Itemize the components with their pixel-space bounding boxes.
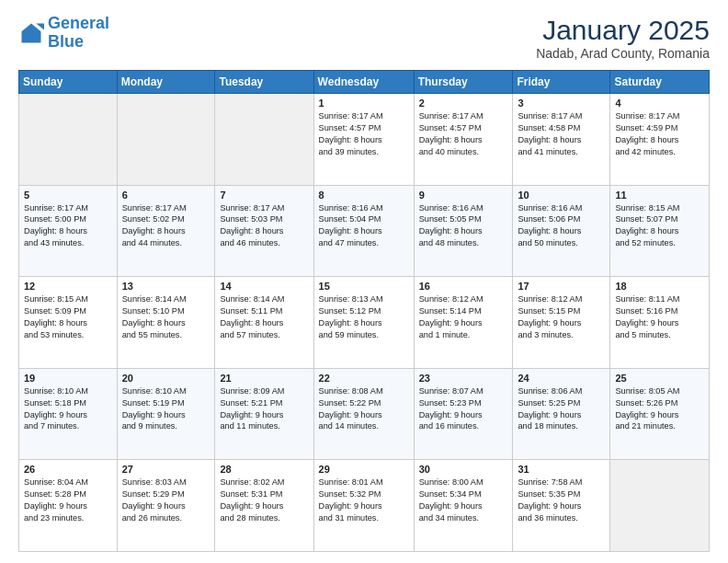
day-info: Sunrise: 8:00 AM Sunset: 5:34 PM Dayligh… <box>419 477 508 524</box>
calendar-week-2: 5Sunrise: 8:17 AM Sunset: 5:00 PM Daylig… <box>19 185 710 277</box>
day-number: 10 <box>518 190 605 201</box>
calendar-cell: 6Sunrise: 8:17 AM Sunset: 5:02 PM Daylig… <box>117 185 215 277</box>
logo-icon <box>18 20 44 46</box>
day-number: 6 <box>122 190 210 201</box>
calendar-cell: 11Sunrise: 8:15 AM Sunset: 5:07 PM Dayli… <box>610 185 710 277</box>
calendar-cell: 13Sunrise: 8:14 AM Sunset: 5:10 PM Dayli… <box>117 277 215 369</box>
day-info: Sunrise: 8:12 AM Sunset: 5:14 PM Dayligh… <box>419 293 508 341</box>
day-header-tuesday: Tuesday <box>215 71 313 94</box>
calendar-cell <box>117 94 215 186</box>
day-number: 11 <box>615 190 704 201</box>
calendar-table: SundayMondayTuesdayWednesdayThursdayFrid… <box>18 70 710 552</box>
calendar-cell: 23Sunrise: 8:07 AM Sunset: 5:23 PM Dayli… <box>414 368 513 460</box>
day-info: Sunrise: 8:17 AM Sunset: 4:57 PM Dayligh… <box>419 110 508 158</box>
day-header-monday: Monday <box>117 71 215 94</box>
day-info: Sunrise: 8:13 AM Sunset: 5:12 PM Dayligh… <box>319 293 409 341</box>
day-number: 15 <box>319 281 409 292</box>
day-header-wednesday: Wednesday <box>313 71 414 94</box>
day-number: 18 <box>615 281 704 292</box>
day-number: 14 <box>220 281 308 292</box>
day-number: 24 <box>518 373 605 384</box>
calendar-cell: 21Sunrise: 8:09 AM Sunset: 5:21 PM Dayli… <box>215 368 313 460</box>
calendar-cell: 18Sunrise: 8:11 AM Sunset: 5:16 PM Dayli… <box>610 277 710 369</box>
logo-line2: Blue <box>48 32 84 51</box>
day-number: 28 <box>220 464 308 475</box>
svg-marker-0 <box>22 23 41 42</box>
day-number: 21 <box>220 373 308 384</box>
day-info: Sunrise: 8:03 AM Sunset: 5:29 PM Dayligh… <box>122 477 210 524</box>
calendar-cell: 8Sunrise: 8:16 AM Sunset: 5:04 PM Daylig… <box>313 185 414 277</box>
day-number: 23 <box>419 373 508 384</box>
calendar-cell: 27Sunrise: 8:03 AM Sunset: 5:29 PM Dayli… <box>117 460 215 552</box>
day-number: 7 <box>220 190 308 201</box>
day-info: Sunrise: 8:01 AM Sunset: 5:32 PM Dayligh… <box>319 477 409 524</box>
logo: General Blue <box>18 15 109 52</box>
day-info: Sunrise: 8:16 AM Sunset: 5:05 PM Dayligh… <box>419 202 508 250</box>
day-number: 25 <box>615 373 704 384</box>
day-info: Sunrise: 8:17 AM Sunset: 4:57 PM Dayligh… <box>319 110 409 158</box>
day-number: 27 <box>122 464 210 475</box>
title-block: January 2025 Nadab, Arad County, Romania <box>536 15 710 61</box>
calendar-week-1: 1Sunrise: 8:17 AM Sunset: 4:57 PM Daylig… <box>19 94 710 186</box>
calendar-cell <box>19 94 118 186</box>
day-number: 2 <box>419 98 508 109</box>
calendar-cell: 9Sunrise: 8:16 AM Sunset: 5:05 PM Daylig… <box>414 185 513 277</box>
calendar-cell: 20Sunrise: 8:10 AM Sunset: 5:19 PM Dayli… <box>117 368 215 460</box>
calendar-cell: 19Sunrise: 8:10 AM Sunset: 5:18 PM Dayli… <box>19 368 118 460</box>
day-info: Sunrise: 8:02 AM Sunset: 5:31 PM Dayligh… <box>220 477 308 524</box>
day-info: Sunrise: 8:15 AM Sunset: 5:09 PM Dayligh… <box>24 293 112 341</box>
day-info: Sunrise: 8:15 AM Sunset: 5:07 PM Dayligh… <box>615 202 704 250</box>
calendar-cell: 15Sunrise: 8:13 AM Sunset: 5:12 PM Dayli… <box>313 277 414 369</box>
day-number: 22 <box>319 373 409 384</box>
day-info: Sunrise: 8:16 AM Sunset: 5:04 PM Dayligh… <box>319 202 409 250</box>
calendar-cell: 2Sunrise: 8:17 AM Sunset: 4:57 PM Daylig… <box>414 94 513 186</box>
calendar-week-3: 12Sunrise: 8:15 AM Sunset: 5:09 PM Dayli… <box>19 277 710 369</box>
day-header-friday: Friday <box>513 71 610 94</box>
day-info: Sunrise: 8:17 AM Sunset: 5:00 PM Dayligh… <box>24 202 112 250</box>
day-info: Sunrise: 8:11 AM Sunset: 5:16 PM Dayligh… <box>615 293 704 341</box>
day-header-sunday: Sunday <box>19 71 118 94</box>
day-number: 3 <box>518 98 605 109</box>
day-number: 13 <box>122 281 210 292</box>
day-number: 29 <box>319 464 409 475</box>
calendar-cell: 24Sunrise: 8:06 AM Sunset: 5:25 PM Dayli… <box>513 368 610 460</box>
day-info: Sunrise: 8:10 AM Sunset: 5:18 PM Dayligh… <box>24 385 112 433</box>
day-info: Sunrise: 8:17 AM Sunset: 5:02 PM Dayligh… <box>122 202 210 250</box>
day-number: 16 <box>419 281 508 292</box>
day-number: 5 <box>24 190 112 201</box>
day-info: Sunrise: 8:12 AM Sunset: 5:15 PM Dayligh… <box>518 293 605 341</box>
calendar-cell: 26Sunrise: 8:04 AM Sunset: 5:28 PM Dayli… <box>19 460 118 552</box>
calendar-cell: 30Sunrise: 8:00 AM Sunset: 5:34 PM Dayli… <box>414 460 513 552</box>
calendar-week-5: 26Sunrise: 8:04 AM Sunset: 5:28 PM Dayli… <box>19 460 710 552</box>
calendar-cell: 16Sunrise: 8:12 AM Sunset: 5:14 PM Dayli… <box>414 277 513 369</box>
calendar-cell: 31Sunrise: 7:58 AM Sunset: 5:35 PM Dayli… <box>513 460 610 552</box>
calendar-cell: 5Sunrise: 8:17 AM Sunset: 5:00 PM Daylig… <box>19 185 118 277</box>
calendar-cell: 3Sunrise: 8:17 AM Sunset: 4:58 PM Daylig… <box>513 94 610 186</box>
logo-text: General Blue <box>48 15 109 52</box>
day-info: Sunrise: 8:17 AM Sunset: 4:59 PM Dayligh… <box>615 110 704 158</box>
day-info: Sunrise: 8:14 AM Sunset: 5:11 PM Dayligh… <box>220 293 308 341</box>
calendar-week-4: 19Sunrise: 8:10 AM Sunset: 5:18 PM Dayli… <box>19 368 710 460</box>
calendar-cell: 12Sunrise: 8:15 AM Sunset: 5:09 PM Dayli… <box>19 277 118 369</box>
day-number: 4 <box>615 98 704 109</box>
calendar-cell: 1Sunrise: 8:17 AM Sunset: 4:57 PM Daylig… <box>313 94 414 186</box>
day-number: 17 <box>518 281 605 292</box>
day-info: Sunrise: 8:17 AM Sunset: 5:03 PM Dayligh… <box>220 202 308 250</box>
day-number: 1 <box>319 98 409 109</box>
header: General Blue January 2025 Nadab, Arad Co… <box>18 15 710 61</box>
day-header-saturday: Saturday <box>610 71 710 94</box>
calendar-cell <box>610 460 710 552</box>
day-header-thursday: Thursday <box>414 71 513 94</box>
calendar-cell: 25Sunrise: 8:05 AM Sunset: 5:26 PM Dayli… <box>610 368 710 460</box>
day-info: Sunrise: 8:09 AM Sunset: 5:21 PM Dayligh… <box>220 385 308 433</box>
calendar-cell: 14Sunrise: 8:14 AM Sunset: 5:11 PM Dayli… <box>215 277 313 369</box>
day-info: Sunrise: 8:14 AM Sunset: 5:10 PM Dayligh… <box>122 293 210 341</box>
day-info: Sunrise: 8:10 AM Sunset: 5:19 PM Dayligh… <box>122 385 210 433</box>
calendar-cell: 10Sunrise: 8:16 AM Sunset: 5:06 PM Dayli… <box>513 185 610 277</box>
day-info: Sunrise: 7:58 AM Sunset: 5:35 PM Dayligh… <box>518 477 605 524</box>
day-number: 31 <box>518 464 605 475</box>
calendar-cell: 29Sunrise: 8:01 AM Sunset: 5:32 PM Dayli… <box>313 460 414 552</box>
day-number: 9 <box>419 190 508 201</box>
calendar-cell <box>215 94 313 186</box>
day-info: Sunrise: 8:04 AM Sunset: 5:28 PM Dayligh… <box>24 477 112 524</box>
